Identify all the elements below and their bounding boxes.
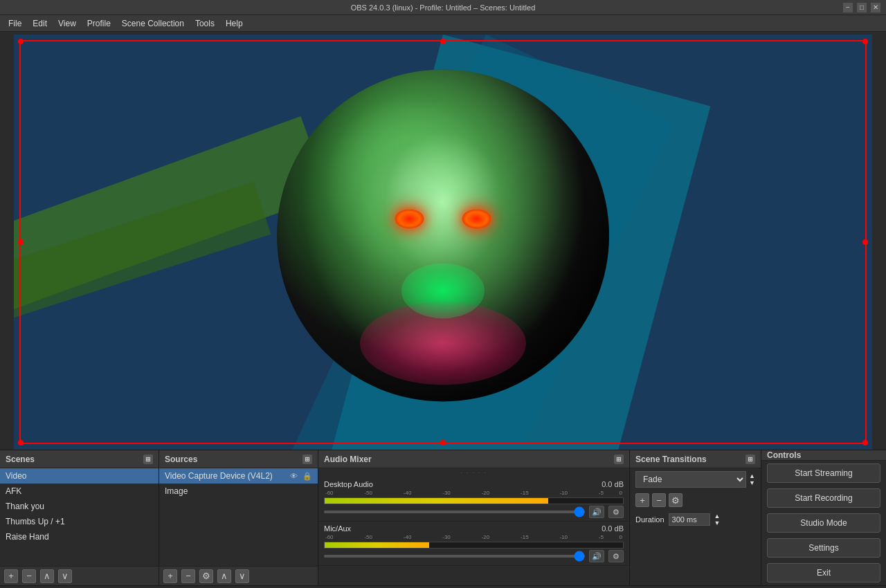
scenes-list: VideoAFKThank youThumbs Up / +1Raise Han… xyxy=(0,468,159,544)
preview-area xyxy=(14,35,872,450)
scale-tick: -50 xyxy=(364,490,372,496)
scale-tick: -15 xyxy=(521,534,529,540)
scenes-expand-icon[interactable]: ⊞ xyxy=(143,454,153,464)
menu-item-scene_collection[interactable]: Scene Collection xyxy=(116,17,190,30)
meter-bar-yellow xyxy=(325,542,429,548)
transitions-expand-icon[interactable]: ⊞ xyxy=(745,454,755,464)
transition-arrow-up[interactable]: ▲ xyxy=(749,472,755,479)
transition-dropdown[interactable]: Fade xyxy=(635,471,746,488)
start-streaming-button[interactable]: Start Streaming xyxy=(767,463,880,483)
scenes-panel-title: Scenes xyxy=(6,454,35,464)
sources-expand-icon[interactable]: ⊞ xyxy=(302,454,312,464)
audio-channels: Desktop Audio 0.0 dB -60-50-40-30-20-15-… xyxy=(318,477,629,566)
menubar: FileEditViewProfileScene CollectionTools… xyxy=(0,15,886,32)
controls-panel-title: Controls xyxy=(767,450,801,460)
mute-button[interactable]: 🔊 xyxy=(589,506,604,518)
audio-panel-header: Audio Mixer ⊞ xyxy=(318,450,629,468)
transition-duration-row: Duration ▲ ▼ xyxy=(630,510,761,529)
maximize-button[interactable]: □ xyxy=(857,3,867,12)
scale-tick: -50 xyxy=(364,534,372,540)
sources-list: Video Capture Device (V4L2)👁🔒Image xyxy=(159,468,318,499)
audio-settings-button[interactable]: ⚙ xyxy=(608,506,624,518)
scenes-remove-button[interactable]: − xyxy=(22,569,36,583)
scale-tick: -40 xyxy=(404,534,412,540)
audio-controls-row: 🔊 ⚙ xyxy=(324,550,624,562)
scale-tick: 0 xyxy=(619,534,622,540)
duration-input[interactable] xyxy=(669,513,710,526)
menu-item-tools[interactable]: Tools xyxy=(190,17,220,30)
close-button[interactable]: ✕ xyxy=(871,3,880,12)
menu-item-file[interactable]: File xyxy=(3,17,27,30)
volume-slider[interactable] xyxy=(324,511,585,513)
audio-drag-indicator: · · · · · xyxy=(318,468,629,477)
scenes-panel-header: Scenes ⊞ xyxy=(0,450,159,468)
sources-move-up-button[interactable]: ∧ xyxy=(217,569,231,583)
scenes-toolbar: + − ∧ ∨ xyxy=(0,566,159,585)
menu-item-edit[interactable]: Edit xyxy=(27,17,53,30)
face-overlay xyxy=(277,69,609,401)
exit-button[interactable]: Exit xyxy=(767,563,880,582)
titlebar-title: OBS 24.0.3 (linux) - Profile: Untitled –… xyxy=(351,3,536,12)
controls-panel-header: Controls xyxy=(761,450,886,461)
scale-tick: -20 xyxy=(482,490,490,496)
eyes-container xyxy=(395,209,491,228)
scene-item[interactable]: Thumbs Up / +1 xyxy=(0,514,159,529)
audio-controls-row: 🔊 ⚙ xyxy=(324,506,624,518)
audio-header-icons: ⊞ xyxy=(614,454,624,464)
menu-item-profile[interactable]: Profile xyxy=(82,17,116,30)
scene-item[interactable]: Thank you xyxy=(0,499,159,514)
scenes-move-up-button[interactable]: ∧ xyxy=(40,569,54,583)
sources-panel-title: Sources xyxy=(165,454,197,464)
audio-channel-label: Mic/Aux xyxy=(324,524,351,533)
audio-channel: Mic/Aux 0.0 dB -60-50-40-30-20-15-10-50 … xyxy=(318,522,629,566)
menu-item-view[interactable]: View xyxy=(53,17,82,30)
sources-toolbar: + − ⚙ ∧ ∨ xyxy=(159,566,318,585)
source-label: Image xyxy=(165,486,188,496)
meter-bar-yellow xyxy=(325,498,548,504)
audio-label-row: Desktop Audio 0.0 dB xyxy=(324,480,624,488)
transition-controls: + − ⚙ xyxy=(630,490,761,510)
controls-buttons: Start StreamingStart RecordingStudio Mod… xyxy=(761,461,886,585)
lock-icon[interactable]: 🔒 xyxy=(302,471,312,481)
mute-button[interactable]: 🔊 xyxy=(589,550,604,562)
scale-tick: -10 xyxy=(559,534,568,540)
settings-button[interactable]: Settings xyxy=(767,538,880,558)
audio-expand-icon[interactable]: ⊞ xyxy=(614,454,624,464)
source-item[interactable]: Video Capture Device (V4L2)👁🔒 xyxy=(159,468,318,484)
duration-up-icon[interactable]: ▲ xyxy=(714,513,721,520)
sources-remove-button[interactable]: − xyxy=(181,569,195,583)
transitions-header-icons: ⊞ xyxy=(745,454,755,464)
scale-tick: -30 xyxy=(442,534,451,540)
transition-add-button[interactable]: + xyxy=(635,493,649,507)
transitions-panel: Scene Transitions ⊞ Fade ▲ ▼ + − ⚙ Durat… xyxy=(630,450,761,585)
sources-move-down-button[interactable]: ∨ xyxy=(235,569,249,583)
menu-item-help[interactable]: Help xyxy=(220,17,248,30)
sources-settings-button[interactable]: ⚙ xyxy=(199,569,213,583)
minimize-button[interactable]: − xyxy=(843,3,853,12)
scene-item[interactable]: AFK xyxy=(0,484,159,499)
scene-item[interactable]: Video xyxy=(0,468,159,484)
volume-slider[interactable] xyxy=(324,555,585,558)
audio-settings-button[interactable]: ⚙ xyxy=(608,550,624,562)
sources-add-button[interactable]: + xyxy=(163,569,177,583)
studio-mode-button[interactable]: Studio Mode xyxy=(767,513,880,533)
sources-header-icons: ⊞ xyxy=(302,454,312,464)
transition-select-row: Fade ▲ ▼ xyxy=(630,468,761,490)
duration-down-icon[interactable]: ▼ xyxy=(714,520,721,526)
statusbar: LIVE: 00:00:00 REC: 00:00:00 CPU: 3.6% 6… xyxy=(0,585,886,588)
chin-glow xyxy=(401,263,485,318)
start-recording-button[interactable]: Start Recording xyxy=(767,488,880,508)
eye-icon[interactable]: 👁 xyxy=(289,471,298,481)
audio-db-value: 0.0 dB xyxy=(602,524,624,533)
source-item[interactable]: Image xyxy=(159,484,318,499)
transition-settings-button[interactable]: ⚙ xyxy=(669,493,682,507)
scene-item[interactable]: Raise Hand xyxy=(0,529,159,544)
scenes-move-down-button[interactable]: ∨ xyxy=(58,569,72,583)
transition-remove-button[interactable]: − xyxy=(652,493,666,507)
audio-panel-title: Audio Mixer xyxy=(324,454,372,464)
transition-arrow-down[interactable]: ▼ xyxy=(749,479,755,486)
scenes-add-button[interactable]: + xyxy=(4,569,18,583)
right-eye xyxy=(462,209,491,228)
meter-container xyxy=(324,542,624,549)
sources-panel-header: Sources ⊞ xyxy=(159,450,318,468)
